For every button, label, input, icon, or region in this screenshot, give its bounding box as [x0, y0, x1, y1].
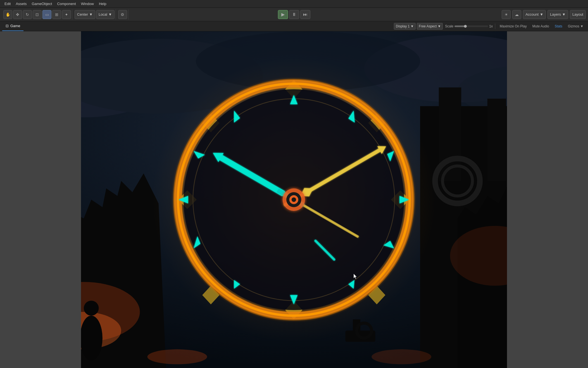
scale-tool-btn[interactable]: ⊡: [33, 10, 42, 19]
menubar: Edit Assets GameObject Component Window …: [0, 0, 588, 8]
play-button[interactable]: ▶: [278, 10, 288, 19]
svg-point-64: [84, 301, 99, 316]
layout-dropdown[interactable]: Layout: [570, 10, 586, 19]
layers-label: Layers: [550, 12, 561, 16]
svg-rect-16: [487, 99, 506, 181]
display-chevron: ▼: [410, 24, 414, 28]
menu-assets[interactable]: Assets: [13, 1, 29, 7]
transform-all-btn[interactable]: ⊞: [52, 10, 61, 19]
panel-tabbar: ⊡ Game Display 1 ▼ Free Aspect ▼ Scale 1…: [0, 21, 588, 31]
svg-point-66: [372, 349, 431, 364]
layout-label: Layout: [572, 12, 583, 16]
menu-component[interactable]: Component: [55, 1, 78, 7]
play-controls: ▶ ⏸ ⏭: [278, 10, 310, 19]
stats-btn[interactable]: Stats: [553, 24, 565, 29]
pivot-dropdown-icon: ▼: [89, 12, 93, 16]
letterbox-left: [0, 31, 81, 368]
pivot-center-label: Center: [77, 12, 88, 16]
scale-slider[interactable]: [454, 25, 488, 27]
aspect-chevron: ▼: [437, 24, 441, 28]
extra-tools: ⚙: [117, 10, 128, 20]
toolbar: ✋ ✥ ↻ ⊡ ▭ ⊞ ✦ Center ▼ Local ▼ ⚙ ▶ ⏸ ⏭ ☀…: [0, 8, 588, 21]
game-content: [81, 31, 507, 368]
game-tab[interactable]: ⊡ Game: [2, 21, 23, 31]
cloud-btn[interactable]: ☁: [512, 10, 521, 19]
menu-help[interactable]: Help: [97, 1, 109, 7]
aspect-dropdown[interactable]: Free Aspect ▼: [417, 23, 443, 30]
letterbox-right: [507, 31, 588, 368]
transform-tools: ✋ ✥ ↻ ⊡ ▭ ⊞ ✦: [2, 10, 72, 20]
extra-tool-btn[interactable]: ⚙: [118, 10, 127, 19]
move-tool-btn[interactable]: ✥: [13, 10, 22, 19]
scale-value: 1x: [489, 24, 493, 28]
pause-button[interactable]: ⏸: [289, 10, 299, 19]
scale-label: Scale: [445, 24, 453, 28]
gizmos-chevron: ▼: [580, 24, 584, 28]
menu-edit[interactable]: Edit: [2, 1, 13, 7]
local-dropdown-icon: ▼: [108, 12, 112, 16]
separator: [495, 23, 495, 29]
scale-control: Scale 1x: [445, 24, 493, 28]
pivot-center-btn[interactable]: Center ▼: [75, 10, 95, 19]
layers-dropdown[interactable]: Layers ▼: [547, 10, 568, 19]
menu-window[interactable]: Window: [79, 1, 96, 7]
hand-tool-btn[interactable]: ✋: [3, 10, 12, 19]
svg-point-62: [292, 197, 296, 202]
pivot-local-btn[interactable]: Local ▼: [96, 10, 115, 19]
game-view-controls: Display 1 ▼ Free Aspect ▼ Scale 1x Maxim…: [394, 21, 586, 31]
rect-tool-btn[interactable]: ▭: [42, 10, 51, 19]
svg-point-65: [147, 349, 207, 364]
game-panel: [0, 31, 588, 368]
account-dropdown[interactable]: Account ▼: [523, 10, 546, 19]
mute-audio-btn[interactable]: Mute Audio: [530, 24, 551, 29]
game-viewport: [0, 31, 588, 368]
account-label: Account: [525, 12, 539, 16]
display-dropdown[interactable]: Display 1 ▼: [394, 23, 416, 30]
maximize-btn[interactable]: Maximize On Play: [497, 24, 529, 29]
game-tab-label: Game: [10, 24, 20, 28]
svg-point-63: [81, 316, 103, 361]
aspect-label: Free Aspect: [419, 24, 437, 28]
step-button[interactable]: ⏭: [300, 10, 310, 19]
pivot-local-label: Local: [99, 12, 107, 16]
gizmos-btn[interactable]: Gizmos ▼: [566, 24, 586, 29]
display-label: Display 1: [396, 24, 410, 28]
toolbar-right: ☀ ☁ Account ▼ Layers ▼ Layout: [502, 10, 586, 19]
pivot-group: Center ▼ Local ▼: [73, 10, 116, 20]
custom-tool-btn[interactable]: ✦: [62, 10, 71, 19]
game-tab-icon: ⊡: [6, 24, 9, 28]
layers-chevron: ▼: [562, 12, 566, 16]
rotate-tool-btn[interactable]: ↻: [23, 10, 32, 19]
lighting-btn[interactable]: ☀: [502, 10, 511, 19]
menu-gameobject[interactable]: GameObject: [29, 1, 54, 7]
tab-spacer: [23, 21, 394, 31]
account-chevron: ▼: [540, 12, 543, 16]
background-scene: [81, 31, 507, 368]
